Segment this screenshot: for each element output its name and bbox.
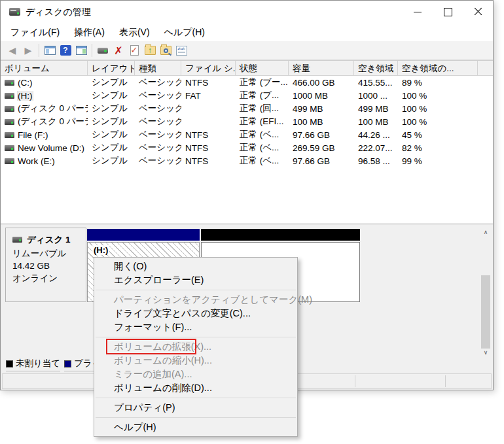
mark-active-icon[interactable]: ✓: [126, 43, 142, 58]
menubar-item[interactable]: 操作(A): [67, 24, 112, 41]
cell-capacity: 97.66 GB: [289, 156, 354, 166]
column-header[interactable]: ボリューム: [1, 61, 88, 75]
menubar-item[interactable]: ヘルプ(H): [157, 24, 212, 41]
cell-type: ベーシック: [135, 142, 181, 154]
context-menu-item: ボリュームの縮小(H)...: [94, 354, 297, 367]
cell-type: ベーシック: [135, 116, 181, 128]
open-folder-icon[interactable]: ↑: [142, 43, 158, 58]
column-header[interactable]: 空き領域: [354, 61, 398, 75]
cell-type: ベーシック: [135, 90, 181, 101]
context-menu-item[interactable]: プロパティ(P): [94, 401, 297, 415]
status-separator: [445, 375, 446, 387]
menubar-item[interactable]: ファイル(F): [3, 24, 67, 41]
cell-fs: FAT: [181, 91, 236, 101]
volume-label: Work (E:): [18, 156, 55, 166]
legend-label: 未割り当て: [16, 358, 60, 369]
context-menu-item[interactable]: ボリュームの削除(D)...: [94, 381, 297, 395]
cell-fs: NTFS: [181, 78, 236, 88]
column-header[interactable]: レイアウト: [88, 61, 135, 75]
delete-volume-icon[interactable]: ✗: [111, 43, 126, 58]
column-header[interactable]: 空き領域の...: [398, 61, 478, 75]
context-menu-item[interactable]: エクスプローラー(E): [94, 273, 297, 287]
context-menu-item[interactable]: 開く(O): [94, 260, 297, 273]
column-header[interactable]: ファイル シ...: [181, 61, 236, 75]
menu-item-label: ボリュームの削除(D)...: [114, 383, 212, 393]
cell-volume: (C:): [1, 78, 88, 88]
explore-folder-icon[interactable]: [158, 43, 173, 58]
context-menu-item[interactable]: フォーマット(F)...: [94, 320, 297, 334]
close-button[interactable]: [463, 1, 493, 23]
menu-separator: [96, 290, 296, 290]
volume-label: New Volume (D:): [18, 143, 84, 153]
cell-layout: シンプル: [88, 142, 135, 154]
forward-icon[interactable]: ▶: [20, 43, 36, 58]
cell-status: 正常 (ベ...: [236, 129, 289, 141]
show-console-tree-icon[interactable]: [42, 43, 58, 58]
volume-list-header: ボリュームレイアウト種類ファイル シ...状態容量空き領域空き領域の...: [1, 61, 493, 76]
legend-item: 未割り当て: [6, 358, 60, 371]
scroll-down-icon[interactable]: ∨: [481, 347, 490, 358]
volume-label: (ディスク 0 パーテ...: [18, 103, 88, 114]
cell-free: 499 MB: [354, 104, 398, 114]
partition-label: (H:): [92, 245, 109, 255]
volume-label: File (F:): [18, 130, 48, 140]
title-bar: ディスクの管理: [1, 1, 493, 24]
menubar-item[interactable]: 表示(V): [112, 24, 157, 41]
disk-icon: [12, 237, 22, 243]
legend-swatch: [6, 360, 13, 367]
vertical-scrollbar[interactable]: ∧ ∨: [481, 227, 490, 358]
cell-free_pct: 82 %: [398, 143, 478, 153]
device-icon[interactable]: [95, 43, 111, 58]
context-menu-item[interactable]: ヘルプ(H): [94, 420, 297, 434]
toolbar-separator: [92, 44, 92, 57]
volume-list: ボリュームレイアウト種類ファイル シ...状態容量空き領域空き領域の... (C…: [1, 60, 493, 224]
volume-row[interactable]: New Volume (D:)シンプルベーシックNTFS正常 (ベ...269.…: [1, 141, 493, 154]
context-menu-item: ボリュームの拡張(X)...: [94, 340, 297, 354]
volume-row[interactable]: Work (E:)シンプルベーシックNTFS正常 (ベ...97.66 GB96…: [1, 154, 493, 167]
column-header[interactable]: 容量: [289, 61, 354, 75]
scroll-up-icon[interactable]: ∧: [481, 227, 490, 237]
volume-row[interactable]: (ディスク 0 パーテ...シンプルベーシック正常 (回...499 MB499…: [1, 102, 493, 115]
column-header-filler: [478, 61, 493, 75]
maximize-button[interactable]: [433, 1, 463, 23]
disk-name: ディスク 1: [27, 233, 71, 246]
cell-layout: シンプル: [88, 129, 135, 141]
volume-row[interactable]: (ディスク 0 パーテ...シンプルベーシック正常 (EFI...100 MB1…: [1, 115, 493, 128]
volume-row[interactable]: (H:)シンプルベーシックFAT正常 (プ...1000 MB1000 ...1…: [1, 89, 493, 102]
cell-free_pct: 100 %: [398, 104, 478, 114]
task-list-icon[interactable]: [173, 43, 189, 58]
cell-type: ベーシック: [135, 103, 181, 114]
context-menu-item[interactable]: ドライブ文字とパスの変更(C)...: [94, 307, 297, 320]
cell-capacity: 499 MB: [289, 104, 354, 114]
cell-layout: シンプル: [88, 116, 135, 128]
menu-item-label: ボリュームの拡張(X)...: [114, 341, 211, 352]
cell-volume: (ディスク 0 パーテ...: [1, 103, 88, 114]
cell-layout: シンプル: [88, 103, 135, 114]
menu-item-label: ミラーの追加(A)...: [114, 369, 192, 379]
help-icon[interactable]: ?: [58, 43, 73, 58]
volume-label: (H:): [18, 91, 33, 101]
cell-layout: シンプル: [88, 77, 135, 88]
volume-row[interactable]: File (F:)シンプルベーシックNTFS正常 (ベ...97.66 GB44…: [1, 128, 493, 141]
menu-item-label: 開く(O): [114, 261, 147, 271]
cell-capacity: 97.66 GB: [289, 130, 354, 140]
menu-item-label: ヘルプ(H): [114, 422, 156, 432]
minimize-button[interactable]: [403, 1, 433, 23]
cell-status: 正常 (ベ...: [236, 142, 289, 154]
column-header[interactable]: 状態: [236, 61, 289, 75]
scrollbar-thumb[interactable]: [481, 275, 490, 349]
cell-status: 正常 (ベ...: [236, 155, 289, 167]
cell-free: 100 MB: [354, 117, 398, 127]
menu-item-label: パーティションをアクティブとしてマーク(M): [114, 294, 312, 305]
volume-row[interactable]: (C:)シンプルベーシックNTFS正常 (ブー...466.00 GB415.5…: [1, 76, 493, 89]
back-icon[interactable]: ◀: [5, 43, 20, 58]
drive-icon: [5, 106, 14, 112]
disk-info-card[interactable]: ディスク 1 リムーバブル 14.42 GB オンライン: [5, 228, 86, 302]
volume-label: (ディスク 0 パーテ...: [18, 116, 88, 128]
cell-status: 正常 (プ...: [236, 90, 289, 101]
cell-capacity: 466.00 GB: [289, 78, 354, 88]
drive-icon: [5, 132, 14, 138]
show-action-pane-icon[interactable]: [73, 43, 89, 58]
volume-label: (C:): [18, 78, 33, 88]
column-header[interactable]: 種類: [135, 61, 181, 75]
